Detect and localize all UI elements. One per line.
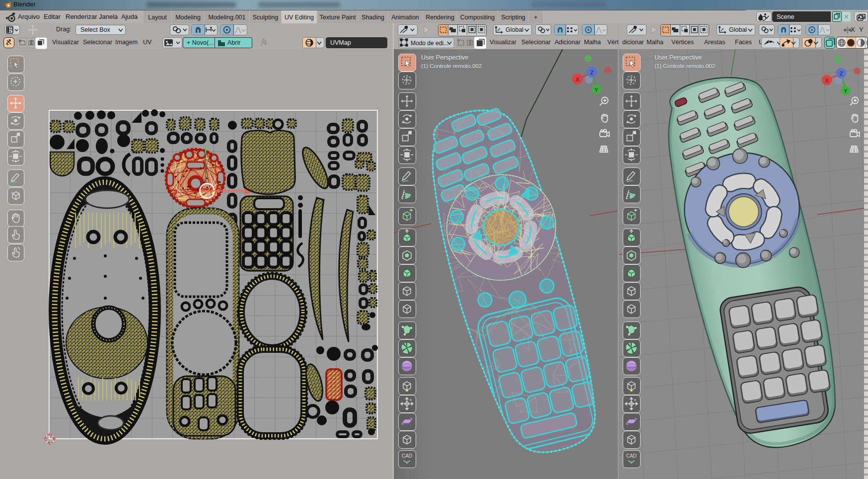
svg-text:Z: Z [590,70,594,76]
svg-text:Z: Z [840,71,843,77]
svg-text:X: X [576,77,579,82]
svg-text:CAD: CAD [626,453,637,459]
svg-text:Y: Y [844,88,848,94]
svg-text:X: X [825,78,829,83]
svg-text:CAD: CAD [402,453,412,459]
svg-text:Y: Y [594,87,598,93]
